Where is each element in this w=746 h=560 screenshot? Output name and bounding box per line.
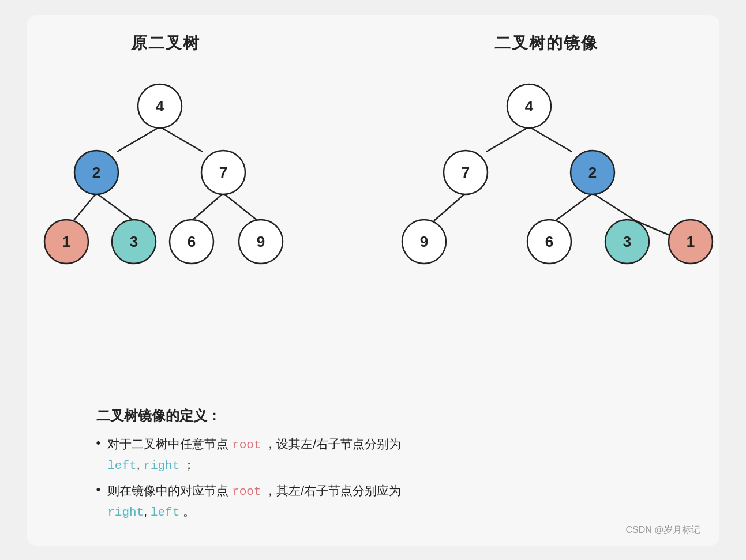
r-node-RR-label: 3 bbox=[623, 233, 631, 250]
code-right-2: right bbox=[107, 506, 144, 519]
text-comma-2: , bbox=[144, 505, 151, 518]
code-left-1: left bbox=[107, 459, 136, 472]
main-card: 原二叉树 4 2 7 1 bbox=[27, 15, 719, 546]
bullet-2-text: 则在镜像中的对应节点 root ，其左/右子节点分别应为 right, left… bbox=[107, 481, 401, 522]
text-period-2: 。 bbox=[179, 505, 195, 518]
r-node-L-label: 7 bbox=[461, 164, 469, 181]
right-tree-svg: 4 7 2 9 6 3 1 bbox=[385, 72, 708, 279]
right-tree-title: 二叉树的镜像 bbox=[494, 32, 598, 54]
code-root-1: root bbox=[232, 438, 261, 452]
r-edge-R-RL bbox=[555, 193, 593, 221]
text-semi-1: ； bbox=[179, 458, 195, 471]
edge-R-RL bbox=[192, 193, 223, 221]
r-edge-root-R bbox=[529, 127, 572, 152]
bullet-1-text: 对于二叉树中任意节点 root ，设其左/右子节点分别为 left, right… bbox=[107, 434, 401, 475]
r-node-RL-label: 6 bbox=[545, 233, 553, 250]
node-RR-label: 9 bbox=[256, 233, 264, 250]
r-node-RRR-label: 1 bbox=[686, 233, 694, 250]
r-node-R-label: 2 bbox=[588, 164, 596, 181]
node-LL-label: 1 bbox=[62, 233, 70, 250]
right-tree-container: 二叉树的镜像 4 7 2 9 bbox=[385, 32, 708, 279]
r-node-root-label: 4 bbox=[524, 97, 533, 115]
text-comma-1: , bbox=[137, 458, 144, 471]
watermark: CSDN @岁月标记 bbox=[625, 524, 700, 536]
code-root-2: root bbox=[232, 485, 261, 498]
edge-R-RR bbox=[223, 193, 258, 221]
trees-section: 原二叉树 4 2 7 1 bbox=[50, 32, 696, 396]
node-LR-label: 3 bbox=[129, 233, 137, 250]
edge-root-R bbox=[160, 127, 203, 152]
r-edge-root-L bbox=[486, 127, 529, 152]
left-tree-title: 原二叉树 bbox=[131, 32, 200, 54]
code-left-2: left bbox=[151, 506, 179, 519]
r-edge-L-LL bbox=[434, 193, 466, 221]
edge-L-LR bbox=[96, 193, 134, 221]
bullet-dot-2: • bbox=[96, 482, 101, 497]
left-tree-svg: 4 2 7 1 3 6 9 bbox=[39, 72, 293, 279]
description-section: 二叉树镜像的定义： • 对于二叉树中任意节点 root ，设其左/右子节点分别为… bbox=[50, 395, 696, 533]
desc-title: 二叉树镜像的定义： bbox=[96, 407, 662, 425]
edge-root-L bbox=[117, 127, 160, 152]
r-edge-R-RR bbox=[593, 193, 636, 221]
r-node-LL-label: 9 bbox=[419, 233, 428, 250]
left-tree-container: 原二叉树 4 2 7 1 bbox=[39, 32, 293, 279]
node-L-label: 2 bbox=[92, 164, 100, 181]
bullet-2: • 则在镜像中的对应节点 root ，其左/右子节点分别应为 right, le… bbox=[96, 481, 662, 522]
code-right-1: right bbox=[143, 459, 179, 472]
node-root-label: 4 bbox=[155, 97, 164, 115]
node-RL-label: 6 bbox=[187, 233, 195, 250]
bullet-dot-1: • bbox=[96, 435, 101, 450]
node-R-label: 7 bbox=[219, 164, 227, 181]
bullet-1: • 对于二叉树中任意节点 root ，设其左/右子节点分别为 left, rig… bbox=[96, 434, 662, 475]
edge-L-LL bbox=[73, 193, 96, 221]
